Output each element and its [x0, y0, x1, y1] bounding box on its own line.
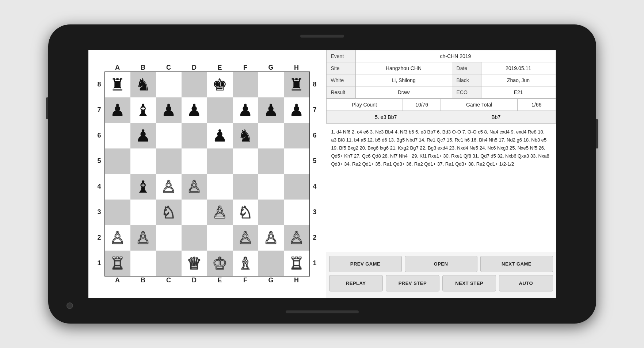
auto-button[interactable]: AUTO [499, 275, 553, 291]
cell-f2[interactable]: ♙ [233, 225, 258, 251]
file-label-d: D [182, 64, 207, 71]
cell-c4[interactable]: ♙ [156, 174, 182, 200]
cell-f8[interactable] [233, 72, 258, 97]
cell-d2[interactable] [182, 225, 207, 251]
rank-label-5: 5 [94, 148, 104, 174]
cell-g1[interactable] [258, 251, 284, 276]
cell-e8[interactable]: ♚ [207, 72, 233, 97]
event-value: ch-CHN 2019 [355, 50, 556, 62]
rank-label-3-right: 3 [310, 199, 320, 225]
cell-d1[interactable]: ♕ [182, 251, 207, 276]
cell-c2[interactable] [156, 225, 182, 251]
file-label-g-bottom: G [258, 277, 284, 284]
cell-d7[interactable]: ♟ [182, 97, 207, 123]
chess-board[interactable]: ♜♞♚♜♟♝♟♟♟♟♟♟♟♞♝♙♙♘♙♘♙♙♙♙♙♖♕♔♗♖ [104, 71, 310, 277]
cell-h1[interactable]: ♖ [284, 251, 309, 276]
prev-game-button[interactable]: PREV GAME [329, 256, 402, 272]
white-label: White [326, 74, 355, 86]
cell-b3[interactable] [130, 200, 156, 225]
cell-c8[interactable] [156, 72, 182, 97]
cell-a2[interactable]: ♙ [105, 225, 130, 251]
file-label-b: B [130, 64, 156, 71]
cell-a7[interactable]: ♟ [105, 97, 130, 123]
cell-e3[interactable]: ♙ [207, 200, 233, 225]
cell-h6[interactable] [284, 123, 309, 148]
cell-d5[interactable] [182, 148, 207, 174]
next-step-button[interactable]: NEXT STEP [442, 275, 496, 291]
phone-camera [66, 302, 73, 309]
cell-a3[interactable] [105, 200, 130, 225]
cell-a1[interactable]: ♖ [105, 251, 130, 276]
cell-f5[interactable] [233, 148, 258, 174]
cell-d8[interactable] [182, 72, 207, 97]
cell-g2[interactable]: ♙ [258, 225, 284, 251]
rank-label-3: 3 [94, 199, 104, 225]
site-value: Hangzhou CHN [355, 62, 452, 74]
cell-c5[interactable] [156, 148, 182, 174]
btn-row-2: REPLAY PREV STEP NEXT STEP AUTO [329, 275, 553, 291]
eco-value: E21 [481, 86, 556, 98]
cell-e1[interactable]: ♔ [207, 251, 233, 276]
file-label-a: A [105, 64, 130, 71]
prev-step-button[interactable]: PREV STEP [386, 275, 439, 291]
rank-label-4-right: 4 [310, 174, 320, 199]
cell-c3[interactable]: ♘ [156, 200, 182, 225]
cell-e5[interactable] [207, 148, 233, 174]
current-move-left: 5. e3 Bb7 [331, 114, 441, 120]
cell-b1[interactable] [130, 251, 156, 276]
cell-g6[interactable] [258, 123, 284, 148]
cell-a5[interactable] [105, 148, 130, 174]
cell-h8[interactable]: ♜ [284, 72, 309, 97]
date-value: 2019.05.11 [481, 62, 556, 74]
cell-g5[interactable] [258, 148, 284, 174]
next-game-button[interactable]: NEXT GAME [480, 256, 553, 272]
cell-a8[interactable]: ♜ [105, 72, 130, 97]
cell-h2[interactable]: ♙ [284, 225, 309, 251]
open-button[interactable]: OPEN [405, 256, 477, 272]
cell-g7[interactable]: ♟ [258, 97, 284, 123]
buttons-area: PREV GAME OPEN NEXT GAME REPLAY PREV STE… [326, 252, 556, 298]
cell-h7[interactable]: ♟ [284, 97, 309, 123]
cell-e2[interactable] [207, 225, 233, 251]
file-label-d-bottom: D [182, 277, 207, 284]
cell-h3[interactable] [284, 200, 309, 225]
cell-a6[interactable] [105, 123, 130, 148]
cell-d6[interactable] [182, 123, 207, 148]
cell-f7[interactable]: ♟ [233, 97, 258, 123]
replay-button[interactable]: REPLAY [329, 275, 383, 291]
cell-a4[interactable] [105, 174, 130, 200]
cell-b5[interactable] [130, 148, 156, 174]
cell-b7[interactable]: ♝ [130, 97, 156, 123]
cell-h4[interactable] [284, 174, 309, 200]
cell-f1[interactable]: ♗ [233, 251, 258, 276]
cell-e7[interactable] [207, 97, 233, 123]
cell-b6[interactable]: ♟ [130, 123, 156, 148]
cell-b4[interactable]: ♝ [130, 174, 156, 200]
cell-h5[interactable] [284, 148, 309, 174]
result-value: Draw [355, 86, 452, 98]
cell-d4[interactable]: ♙ [182, 174, 207, 200]
cell-f6[interactable]: ♞ [233, 123, 258, 148]
cell-f4[interactable] [233, 174, 258, 200]
cell-e6[interactable]: ♟ [207, 123, 233, 148]
cell-g4[interactable] [258, 174, 284, 200]
cell-e4[interactable] [207, 174, 233, 200]
file-labels-bottom: A B C D E F G H [105, 277, 309, 284]
cell-c1[interactable] [156, 251, 182, 276]
phone-screen: A B C D E F G H 8 7 6 5 [88, 50, 556, 298]
cell-b2[interactable]: ♙ [130, 225, 156, 251]
cell-d3[interactable] [182, 200, 207, 225]
site-date-row: Site Hangzhou CHN Date 2019.05.11 [326, 62, 556, 74]
cell-g3[interactable] [258, 200, 284, 225]
black-label: Black [452, 74, 481, 86]
cell-c7[interactable]: ♟ [156, 97, 182, 123]
cell-g8[interactable] [258, 72, 284, 97]
cell-b8[interactable]: ♞ [130, 72, 156, 97]
info-section: Event ch-CHN 2019 Site Hangzhou CHN Date… [326, 50, 556, 298]
white-value: Li, Shilong [355, 74, 452, 86]
rank-label-2-right: 2 [310, 225, 320, 250]
rank-label-6: 6 [94, 123, 104, 148]
cell-c6[interactable] [156, 123, 182, 148]
file-label-h-bottom: H [284, 277, 309, 284]
cell-f3[interactable]: ♘ [233, 200, 258, 225]
